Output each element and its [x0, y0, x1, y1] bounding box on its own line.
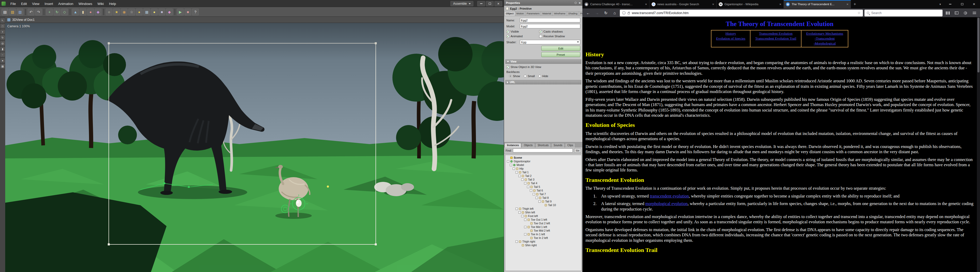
egg-icon[interactable]: ○	[106, 9, 112, 15]
model-mode-icon[interactable]: ▲	[72, 9, 79, 15]
url-bar[interactable]: i www.transcend7.com/TR/Evolution.htm ☆	[620, 10, 863, 16]
mode-selector[interactable]: Assemble	[450, 1, 473, 6]
undo-icon[interactable]: ↶	[28, 9, 34, 15]
shader-select[interactable]: Egg	[520, 40, 580, 44]
page-scrollbar[interactable]	[977, 17, 980, 272]
name-input[interactable]	[520, 18, 580, 22]
render-icon[interactable]: ◆	[166, 9, 173, 15]
browser-tab-1[interactable]: ◉Camera Challenge 40 - transc...✕	[582, 0, 649, 8]
edit-button[interactable]: Edit	[541, 46, 580, 51]
translate-tool-icon[interactable]: +	[46, 9, 53, 15]
light-icon[interactable]: ●	[151, 9, 158, 15]
menu-view[interactable]: View	[29, 0, 42, 7]
tab-close-icon[interactable]: ✕	[846, 3, 849, 6]
menu-edit[interactable]: Edit	[19, 0, 29, 7]
browser-tab-3[interactable]: WGigantoraptor - Wikipedia✕	[717, 0, 784, 8]
expander-icon[interactable]: -	[521, 178, 523, 181]
tree-item-scene[interactable]: Scene	[506, 156, 581, 160]
tree-item-tail-8[interactable]: -Tail 8	[506, 196, 581, 200]
bird-icon[interactable]: ★	[113, 9, 120, 15]
help-icon[interactable]: ?	[192, 9, 199, 15]
close-button[interactable]: ✕	[495, 1, 502, 6]
new-tab-button[interactable]: +	[851, 0, 859, 8]
tree-item-tail-2[interactable]: -Tail 2	[506, 174, 581, 178]
url-section-header[interactable]: URL	[505, 80, 581, 85]
menu-wiki[interactable]: Wiki	[95, 0, 107, 7]
tree-item-gigantoraptor[interactable]: -Gigantoraptor	[506, 160, 581, 163]
tree-item-model[interactable]: -Model	[506, 163, 581, 167]
tree-item-toe-in-1-left[interactable]: -Toe In 1 left	[506, 232, 581, 236]
page-info-icon[interactable]: i	[622, 11, 625, 14]
menu-button[interactable]	[970, 10, 978, 16]
page-nav-link-evolutionary-mechanisms[interactable]: Evolutionary Mechanisms	[806, 32, 843, 35]
page-nav-link-transcendent[interactable]: -Transcendent	[815, 37, 835, 40]
menu-help[interactable]: Help	[107, 0, 119, 7]
expander-icon[interactable]: -	[519, 175, 521, 177]
tree-item-thigh-left[interactable]: -Thigh left	[506, 207, 581, 211]
play-icon[interactable]: ▶	[177, 9, 184, 15]
feather-icon[interactable]: ☆	[128, 9, 135, 15]
grid-toggle-icon[interactable]: ▦	[0, 64, 5, 68]
expander-icon[interactable]: -	[515, 171, 518, 173]
viewport-canvas[interactable]: Camera 1 100%	[5, 23, 504, 272]
sidebar-button[interactable]	[953, 10, 960, 16]
expander-icon[interactable]: -	[507, 160, 509, 163]
tree-item-toe-mid-1-left[interactable]: -Toe Mid 1 left	[506, 225, 581, 229]
search-bar[interactable]: Search	[864, 10, 943, 16]
properties-tab-parameters[interactable]: Parameters	[525, 11, 541, 16]
page-nav-link-morphological[interactable]: -Morphological	[814, 42, 836, 45]
close-panel-icon[interactable]: ✕	[579, 2, 581, 5]
camera-icon[interactable]: ■	[159, 9, 165, 15]
tree-item-tail-10[interactable]: Tail 10	[506, 203, 581, 207]
view-section-header[interactable]: View	[505, 59, 581, 64]
tab-close-icon[interactable]: ✕	[645, 3, 647, 6]
tree-item-toe-in-2-left[interactable]: Toe In 2 left	[506, 236, 581, 240]
close-button[interactable]: ✕	[968, 0, 980, 8]
model-input[interactable]	[520, 24, 580, 29]
checkbox-visible[interactable]: ✓Visible	[506, 30, 539, 33]
expander-icon[interactable]: -	[524, 182, 527, 184]
tree-item-tail-9[interactable]: -Tail 9	[506, 200, 581, 203]
expander-icon[interactable]: -	[515, 208, 518, 210]
forward-button[interactable]: →	[593, 10, 601, 16]
library-button[interactable]	[944, 10, 951, 16]
tree-item-tail-7[interactable]: -Tail 7	[506, 192, 581, 196]
page-nav-link-transcendent-evolution[interactable]: Transcendent Evolution	[759, 32, 793, 35]
expander-icon[interactable]: -	[519, 211, 521, 214]
maximize-button[interactable]	[956, 0, 968, 8]
tree-item-shin-left[interactable]: -Shin left	[506, 211, 581, 214]
back-button[interactable]: ←	[584, 10, 592, 16]
checkbox-receive-shadow[interactable]: Receive Shadow	[539, 35, 580, 38]
tab-close-icon[interactable]: ✕	[712, 3, 714, 6]
page-nav-link-transcendent-evolution-trail[interactable]: Transcendent Evolution Trail	[755, 37, 796, 40]
group-select-icon[interactable]: □	[0, 24, 5, 28]
project-tab-sounds[interactable]: Sounds	[551, 143, 565, 147]
account-button[interactable]	[962, 10, 969, 16]
expander-icon[interactable]: -	[530, 189, 532, 192]
zoom-tool-icon[interactable]: ◎	[0, 41, 5, 45]
tree-item-toe-out-2-left[interactable]: Toe Out 2 left	[506, 221, 581, 225]
browser-tab-2[interactable]: Gnews australia - Google Search✕	[649, 0, 717, 8]
reload-button[interactable]: ↻	[602, 10, 609, 16]
project-tab-objects[interactable]: Objects	[522, 143, 535, 147]
tree-item-toe-out-1-left[interactable]: -Toe Out 1 left	[506, 218, 581, 221]
expander-icon[interactable]: -	[521, 215, 523, 217]
rotate-tool-icon[interactable]: ↻	[54, 9, 60, 15]
scrollbar-thumb[interactable]	[977, 18, 980, 72]
bookmark-star-icon[interactable]: ☆	[858, 11, 861, 15]
radio-show[interactable]: Show	[509, 75, 520, 78]
radio-hide[interactable]: Hide	[538, 75, 548, 78]
tree-item-foot-left[interactable]: -Foot left	[506, 214, 581, 218]
checkbox-casts-shadows[interactable]: ✓Casts shadows	[539, 30, 580, 33]
expander-icon[interactable]: -	[515, 240, 518, 243]
nest-icon[interactable]: ◉	[121, 9, 127, 15]
bones-mode-icon[interactable]: ▮	[80, 9, 86, 15]
light-tool-icon[interactable]: ●	[0, 58, 5, 62]
tree-item-tail-1[interactable]: -Tail 1	[506, 170, 581, 174]
list-all-tabs-icon[interactable]: ▾	[936, 0, 944, 8]
properties-tab-shading[interactable]: Shading	[567, 11, 579, 16]
open-project-icon[interactable]: ▧	[9, 9, 16, 15]
menu-windows[interactable]: Windows	[76, 0, 95, 7]
tree-item-hip[interactable]: -Hip	[506, 167, 581, 170]
pin-icon[interactable]	[574, 2, 577, 4]
